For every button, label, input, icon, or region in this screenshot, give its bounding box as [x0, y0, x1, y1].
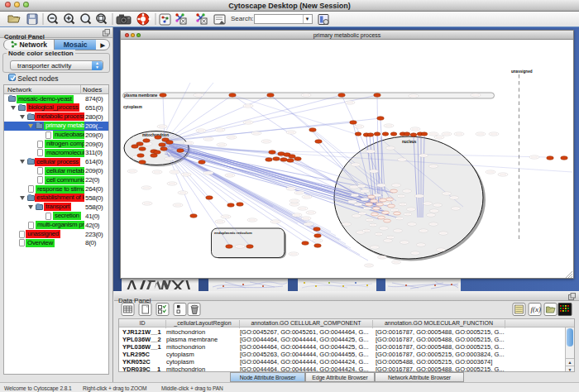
- svg-text:plasma membrane: plasma membrane: [124, 93, 158, 98]
- svg-text:unassigned: unassigned: [511, 69, 533, 74]
- svg-text:f(x): f(x): [531, 305, 542, 313]
- svg-text:endoplasmic reticulum: endoplasmic reticulum: [214, 231, 252, 235]
- svg-text:nucleus: nucleus: [402, 140, 417, 144]
- svg-text:cytoplasm: cytoplasm: [123, 105, 142, 109]
